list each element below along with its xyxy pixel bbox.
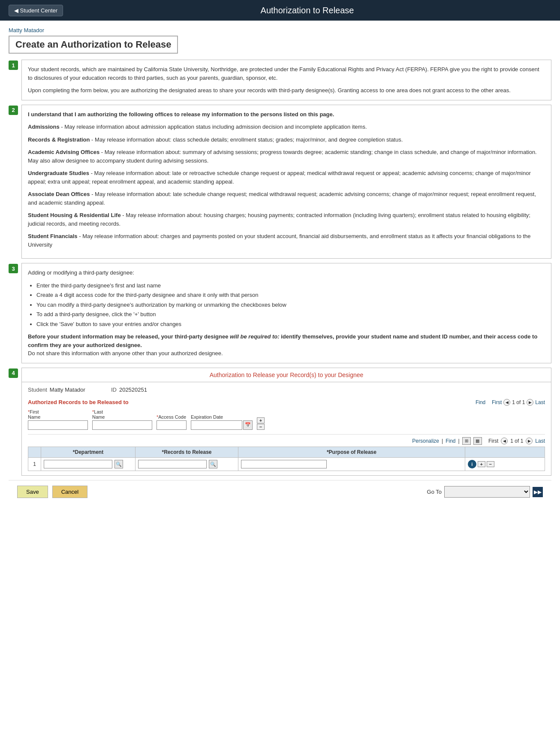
section-1-para1: Your student records, which are maintain…	[28, 65, 545, 82]
expiration-date-input[interactable]	[191, 420, 242, 430]
section-1-wrapper: 1 Your student records, which are mainta…	[9, 60, 551, 100]
info-icon[interactable]: i	[468, 460, 476, 468]
main-content: Matty Matador Create an Authorization to…	[0, 21, 560, 755]
section-4-wrapper: 4 Authorization to Release your Record(s…	[9, 368, 551, 476]
authorized-records-title: Authorized Records to be Released to	[28, 399, 129, 405]
office-financials-desc: - May release information about: charges…	[28, 233, 531, 248]
goto-section: Go To ▶▶	[427, 486, 543, 498]
personalize-link[interactable]: Personalize	[412, 438, 439, 444]
section-2-number: 2	[9, 106, 18, 115]
footer: Save Cancel Go To ▶▶	[9, 480, 551, 503]
office-financials-name: Student Financials	[28, 233, 78, 239]
office-undergrad-desc: - May release information about: late or…	[28, 170, 531, 185]
office-advising-name: Academic Advising Offices	[28, 149, 99, 155]
add-table-row-button[interactable]: +	[478, 461, 485, 467]
auth-body: Student Matty Matador ID 202520251 Autho…	[22, 382, 551, 476]
office-admissions-desc: - May release information about admissio…	[61, 124, 367, 130]
section-3-warning: Before your student information may be r…	[28, 332, 545, 358]
office-advising-desc: - May release information about: summary…	[28, 149, 537, 164]
page-title: Create an Authorization to Release	[9, 36, 178, 54]
col-header-purpose: *Purpose of Release	[238, 447, 465, 457]
inner-find-link[interactable]: Find	[446, 438, 455, 444]
records-input[interactable]	[138, 460, 207, 468]
find-link[interactable]: Find	[476, 399, 485, 405]
list-item: Enter the third-party designee's first a…	[36, 281, 545, 290]
calendar-icon[interactable]: 📅	[243, 420, 253, 430]
list-item: You can modify a third-party designee's …	[36, 301, 545, 309]
dept-input[interactable]	[44, 460, 112, 468]
office-dean: Associate Dean Offices - May release inf…	[28, 190, 545, 207]
expiration-date-label: Expiration Date	[191, 414, 253, 420]
grid-view-icon[interactable]: ⊞	[462, 437, 471, 445]
goto-select[interactable]	[444, 486, 530, 498]
student-info-id: ID 202520251	[111, 387, 147, 393]
student-name-breadcrumb: Matty Matador	[9, 27, 551, 33]
table-row: 1 🔍 🔍	[28, 457, 545, 471]
goto-label: Go To	[427, 489, 442, 495]
prev-page-btn[interactable]: ◀	[503, 399, 510, 406]
authorized-records-header: Authorized Records to be Released to Fin…	[28, 399, 545, 406]
records-cell: 🔍	[135, 457, 238, 471]
next-page-btn[interactable]: ▶	[527, 399, 533, 406]
section-4-box: Authorization to Release your Record(s) …	[21, 368, 551, 476]
last-name-label: LastName	[92, 409, 152, 420]
first-name-input[interactable]	[28, 420, 88, 430]
header: ◀ Student Center Authorization to Releas…	[0, 0, 560, 21]
office-dean-desc: - May release information about: late sc…	[28, 191, 536, 206]
id-value: 202520251	[119, 387, 147, 393]
last-name-input[interactable]	[92, 420, 152, 430]
inner-prev-btn[interactable]: ◀	[501, 438, 508, 444]
inner-last-link[interactable]: Last	[535, 438, 545, 444]
inner-next-btn[interactable]: ▶	[526, 438, 533, 444]
inner-first-label: First	[488, 438, 498, 444]
table-header-row: *Department *Records to Release *Purpose…	[28, 447, 545, 457]
remove-table-row-button[interactable]: −	[487, 461, 494, 467]
inner-pagination-text: 1 of 1	[510, 438, 523, 444]
section-3-heading: Adding or modifying a third-party design…	[28, 269, 545, 277]
col-header-records: *Records to Release	[135, 447, 238, 457]
first-link[interactable]: First	[492, 399, 502, 405]
office-records-desc: - May release information about: class s…	[91, 136, 403, 143]
section-4-number: 4	[9, 368, 18, 378]
save-button[interactable]: Save	[17, 486, 48, 498]
section-3-box: Adding or modifying a third-party design…	[21, 263, 551, 363]
section-1-box: Your student records, which are maintain…	[21, 60, 551, 100]
student-value: Matty Matador	[50, 387, 85, 393]
pagination-text: 1 of 1	[512, 399, 525, 405]
office-undergrad-name: Undergraduate Studies	[28, 170, 89, 176]
grid-chart-icon[interactable]: ▦	[473, 437, 482, 445]
cancel-button[interactable]: Cancel	[52, 486, 87, 498]
records-table: *Department *Records to Release *Purpose…	[28, 447, 545, 471]
back-button[interactable]: ◀ Student Center	[9, 5, 63, 16]
access-code-input[interactable]	[157, 420, 187, 430]
dept-search-icon[interactable]: 🔍	[114, 460, 123, 468]
row-number: 1	[28, 457, 41, 471]
office-undergrad: Undergraduate Studies - May release info…	[28, 169, 545, 186]
col-header-actions	[465, 447, 545, 457]
first-name-label: FirstName	[28, 409, 88, 420]
section-3-number: 3	[9, 264, 18, 273]
last-link[interactable]: Last	[535, 399, 545, 405]
section-3-list: Enter the third-party designee's first a…	[36, 281, 545, 329]
office-admissions-name: Admissions	[28, 124, 60, 130]
office-housing-name: Student Housing & Residential Life	[28, 212, 121, 218]
office-housing: Student Housing & Residential Life - May…	[28, 211, 545, 228]
section-2-box: I understand that I am authorizing the f…	[21, 105, 551, 259]
add-row-button[interactable]: +	[257, 417, 265, 423]
expiration-date-group: Expiration Date 📅	[191, 414, 253, 430]
access-code-label: Access Code	[157, 414, 187, 420]
remove-row-button[interactable]: −	[257, 424, 265, 430]
goto-button[interactable]: ▶▶	[533, 487, 543, 497]
list-item: Create a 4 digit access code for the thi…	[36, 291, 545, 299]
records-search-icon[interactable]: 🔍	[209, 460, 217, 468]
purpose-input[interactable]	[241, 460, 327, 468]
student-info-name: Student Matty Matador	[28, 387, 85, 393]
row-actions-cell: i + −	[465, 457, 545, 471]
footer-buttons: Save Cancel	[17, 486, 87, 498]
dept-cell: 🔍	[41, 457, 135, 471]
section-3-wrapper: 3 Adding or modifying a third-party desi…	[9, 263, 551, 363]
first-name-group: FirstName	[28, 409, 88, 430]
list-item: Click the 'Save' button to save your ent…	[36, 320, 545, 329]
office-financials: Student Financials - May release informa…	[28, 232, 545, 249]
office-advising: Academic Advising Offices - May release …	[28, 148, 545, 165]
